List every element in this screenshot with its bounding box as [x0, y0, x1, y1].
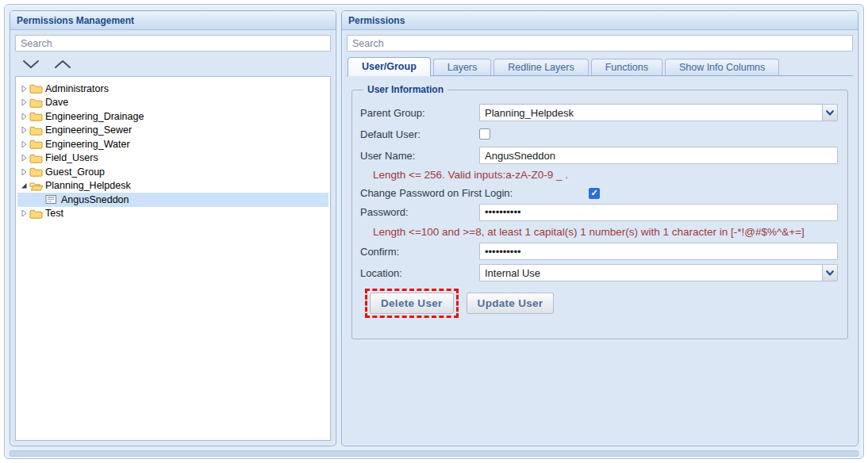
- default-user-checkbox[interactable]: ✓: [479, 128, 490, 140]
- permissions-search-input[interactable]: [347, 35, 853, 52]
- change-password-row: Change Password on First Login: ✓: [360, 186, 838, 201]
- tree-toolbar: [15, 52, 331, 75]
- parent-group-value[interactable]: [479, 104, 838, 121]
- tab-user-group[interactable]: User/Group: [348, 57, 431, 76]
- location-label: Location:: [360, 267, 479, 279]
- tree-item-label: Engineering_Water: [44, 138, 133, 151]
- tree-item-label: AngusSneddon: [60, 193, 133, 206]
- main-columns: Permissions Management Administrators: [10, 10, 858, 446]
- password-row: Password:: [360, 204, 838, 221]
- delete-user-annotation: Delete User: [365, 289, 459, 318]
- tab-label: Layers: [447, 62, 478, 73]
- expand-icon[interactable]: [17, 112, 29, 121]
- tab-show-info-columns[interactable]: Show Info Columns: [665, 59, 779, 75]
- location-value[interactable]: [479, 264, 838, 281]
- expand-icon[interactable]: [17, 167, 29, 177]
- tab-functions[interactable]: Functions: [591, 59, 663, 75]
- tree-item-dave[interactable]: Dave: [17, 96, 328, 110]
- location-combobox[interactable]: [479, 264, 838, 281]
- tree-item-label: Planning_Helpdesk: [44, 179, 134, 192]
- collapse-icon[interactable]: [17, 181, 29, 190]
- expand-icon[interactable]: [17, 84, 29, 94]
- chevron-up-icon[interactable]: [53, 59, 72, 69]
- tab-layers[interactable]: Layers: [433, 59, 492, 75]
- check-icon: ✓: [590, 189, 597, 197]
- folder-icon: [29, 98, 44, 108]
- left-panel-body: Administrators Dave Engineering_Drainage: [10, 30, 336, 446]
- tab-label: Redline Layers: [508, 62, 574, 73]
- user-name-input[interactable]: [479, 147, 838, 164]
- user-group-tab-panel: User Information Parent Group:: [347, 76, 853, 441]
- tree-item-label: Dave: [44, 96, 71, 109]
- change-password-checkbox[interactable]: ✓: [589, 188, 600, 199]
- confirm-field-wrap: [479, 243, 838, 260]
- tree-item-label: Engineering_Drainage: [44, 110, 147, 123]
- right-panel-body: User/Group Layers Redline Layers Functio…: [342, 30, 858, 446]
- tree-item-engineering-sewer[interactable]: Engineering_Sewer: [17, 124, 328, 138]
- confirm-password-input[interactable]: [479, 243, 838, 260]
- bottom-strip: [10, 450, 858, 457]
- password-label: Password:: [360, 206, 479, 218]
- expand-icon[interactable]: [17, 125, 29, 135]
- expand-icon[interactable]: [17, 153, 29, 163]
- default-user-label: Default User:: [360, 128, 479, 140]
- tree-item-test[interactable]: Test: [17, 207, 328, 221]
- parent-group-combobox[interactable]: [479, 104, 838, 121]
- permissions-tabstrip: User/Group Layers Redline Layers Functio…: [347, 55, 853, 76]
- tab-label: Functions: [605, 62, 648, 73]
- parent-group-label: Parent Group:: [360, 107, 479, 119]
- group-tree: Administrators Dave Engineering_Drainage: [15, 76, 331, 441]
- location-row: Location:: [360, 264, 838, 281]
- form-buttons-row: Delete User Update User: [365, 289, 838, 318]
- tree-item-engineering-drainage[interactable]: Engineering_Drainage: [17, 109, 328, 124]
- left-panel-title: Permissions Management: [10, 11, 336, 30]
- tree-item-label: Administrators: [44, 82, 112, 95]
- folder-icon: [29, 153, 44, 163]
- parent-group-row: Parent Group:: [360, 104, 838, 121]
- right-panel-title: Permissions: [342, 11, 858, 30]
- tree-item-label: Field_Users: [44, 151, 102, 164]
- tree-item-label: Engineering_Sewer: [44, 124, 135, 136]
- user-information-fieldset: User Information Parent Group:: [351, 84, 848, 339]
- user-item-icon: [45, 194, 60, 205]
- user-name-field-wrap: [479, 147, 838, 164]
- tab-label: User/Group: [362, 61, 417, 72]
- change-password-label: Change Password on First Login:: [360, 187, 589, 199]
- folder-open-icon: [29, 181, 44, 191]
- folder-icon: [29, 209, 44, 219]
- permissions-panel: Permissions User/Group Layers Redline La…: [341, 10, 858, 446]
- application-window: Permissions Management Administrators: [4, 4, 864, 459]
- tree-item-label: Guest_Group: [44, 166, 108, 178]
- dropdown-arrow-icon[interactable]: [822, 105, 837, 121]
- delete-user-button[interactable]: Delete User: [370, 293, 454, 314]
- expand-icon[interactable]: [17, 140, 29, 149]
- default-user-row: Default User: ✓: [360, 125, 838, 143]
- chevron-down-icon[interactable]: [21, 59, 40, 69]
- folder-icon: [29, 139, 44, 149]
- tree-item-planning-helpdesk[interactable]: Planning_Helpdesk: [17, 179, 328, 193]
- tab-redline-layers[interactable]: Redline Layers: [494, 59, 588, 75]
- folder-icon: [29, 111, 44, 121]
- tree-item-label: Test: [44, 207, 67, 220]
- update-user-button[interactable]: Update User: [467, 293, 555, 314]
- folder-icon: [29, 125, 44, 136]
- tree-item-angussneddon[interactable]: AngusSneddon: [17, 193, 328, 207]
- confirm-label: Confirm:: [360, 246, 479, 258]
- expand-icon[interactable]: [17, 98, 29, 107]
- user-name-row: User Name:: [360, 147, 838, 164]
- expand-icon[interactable]: [17, 209, 29, 218]
- dropdown-arrow-icon[interactable]: [822, 265, 837, 281]
- tree-search-input[interactable]: [15, 35, 331, 52]
- password-input[interactable]: [479, 204, 838, 221]
- folder-icon: [29, 166, 44, 177]
- permissions-management-panel: Permissions Management Administrators: [10, 10, 336, 446]
- user-name-label: User Name:: [360, 150, 479, 162]
- tree-item-guest-group[interactable]: Guest_Group: [17, 165, 328, 179]
- user-information-legend: User Information: [363, 84, 447, 95]
- tree-item-administrators[interactable]: Administrators: [17, 82, 328, 96]
- tree-item-field-users[interactable]: Field_Users: [17, 151, 328, 166]
- confirm-row: Confirm:: [360, 243, 838, 260]
- tree-item-engineering-water[interactable]: Engineering_Water: [17, 137, 328, 151]
- password-validation-hint: Length <=100 and >=8, at least 1 capital…: [360, 225, 838, 239]
- password-field-wrap: [479, 204, 838, 221]
